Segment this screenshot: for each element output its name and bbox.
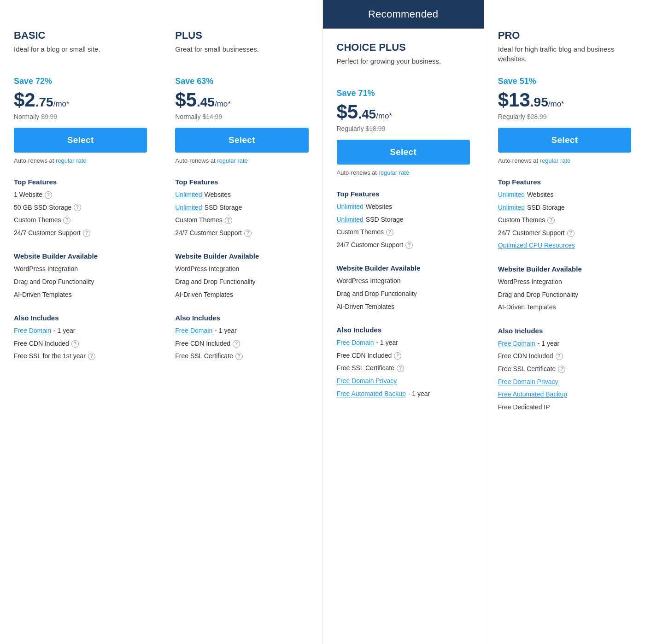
regular-rate-link[interactable]: regular rate: [540, 157, 570, 164]
regular-rate-link[interactable]: regular rate: [217, 157, 247, 164]
info-icon[interactable]: ?: [74, 204, 81, 211]
info-icon[interactable]: ?: [558, 366, 565, 373]
info-icon[interactable]: ?: [386, 229, 393, 236]
also-includes-label: Also Includes: [498, 327, 631, 335]
feature-highlight: Unlimited: [337, 215, 364, 225]
feature-highlight: Unlimited: [498, 190, 525, 200]
also-feature-item: Free Domain - 1 year: [175, 326, 308, 336]
info-icon[interactable]: ?: [63, 217, 70, 224]
also-feature-item: Free Domain - 1 year: [14, 326, 147, 336]
select-button[interactable]: Select: [337, 140, 470, 165]
info-icon[interactable]: ?: [244, 230, 252, 237]
auto-renew-text: Auto-renews at regular rate: [337, 169, 470, 176]
feature-item: Unlimited SSD Storage: [337, 215, 470, 225]
price-dollar: $2: [14, 89, 35, 111]
builder-label: Website Builder Available: [498, 265, 631, 273]
price-normal: Normally $14.99: [175, 113, 308, 120]
recommended-banner: Recommended: [323, 0, 484, 29]
builder-label: Website Builder Available: [337, 264, 470, 272]
also-feature-item: Free Domain - 1 year: [337, 338, 470, 348]
info-icon[interactable]: ?: [233, 340, 240, 348]
builder-feature-item: AI-Driven Templates: [175, 290, 308, 300]
info-icon[interactable]: ?: [88, 353, 95, 360]
save-label: Save 63%: [175, 77, 308, 86]
info-icon[interactable]: ?: [556, 353, 563, 360]
info-icon[interactable]: ?: [235, 353, 243, 360]
also-feature-item: Free Automated Backup: [498, 390, 631, 399]
plan-content-choice-plus: CHOICE PLUSPerfect for growing your busi…: [323, 29, 484, 644]
price-cents: .45: [197, 95, 215, 110]
price-mo: /mo*: [215, 100, 231, 109]
price-normal: Regularly $18.99: [337, 125, 470, 132]
also-feature-highlight: Free Domain Privacy: [498, 378, 558, 387]
price-normal: Normally $9.99: [14, 113, 147, 120]
info-icon[interactable]: ?: [547, 217, 555, 224]
top-features-label: Top Features: [175, 178, 308, 186]
builder-feature-item: AI-Driven Templates: [498, 303, 631, 312]
auto-renew-text: Auto-renews at regular rate: [14, 157, 147, 164]
also-feature-highlight: Free Domain: [337, 338, 374, 348]
feature-item: 24/7 Customer Support?: [498, 229, 631, 238]
also-feature-highlight: Free Automated Backup: [498, 390, 567, 399]
feature-highlight: Unlimited: [175, 203, 202, 213]
feature-item: 50 GB SSD Storage?: [14, 203, 147, 213]
info-icon[interactable]: ?: [71, 340, 79, 348]
info-icon[interactable]: ?: [83, 230, 90, 237]
info-icon[interactable]: ?: [405, 242, 413, 249]
select-button[interactable]: Select: [498, 128, 631, 153]
info-icon[interactable]: ?: [567, 230, 575, 237]
info-icon[interactable]: ?: [394, 352, 401, 360]
feature-item: Unlimited Websites: [175, 190, 308, 200]
also-feature-highlight: Free Domain: [175, 326, 212, 336]
builder-feature-item: WordPress Integration: [14, 265, 147, 274]
price-cents: .95: [530, 95, 548, 110]
also-includes-section: Free Domain - 1 yearFree CDN Included?Fr…: [175, 326, 308, 365]
feature-item: Custom Themes?: [14, 216, 147, 225]
save-label: Save 71%: [337, 89, 470, 98]
info-icon[interactable]: ?: [397, 365, 404, 372]
builder-label: Website Builder Available: [14, 252, 147, 260]
also-feature-item: Free CDN Included?: [175, 339, 308, 349]
price-cents: .75: [35, 95, 53, 110]
plan-col-plus: PLUSGreat for small businesses.Save 63%$…: [161, 0, 322, 644]
feature-item: Unlimited SSD Storage: [498, 203, 631, 213]
feature-item: Custom Themes?: [498, 216, 631, 225]
info-icon[interactable]: ?: [225, 217, 232, 224]
price-cents: .45: [358, 107, 376, 122]
top-features-label: Top Features: [14, 178, 147, 186]
feature-item: Unlimited Websites: [498, 190, 631, 200]
plan-tagline: Ideal for a blog or small site.: [14, 44, 147, 67]
plan-content-pro: PROIdeal for high traffic blog and busin…: [484, 17, 645, 644]
feature-highlight: Unlimited: [498, 203, 525, 213]
builder-feature-item: Drag and Drop Functionality: [498, 290, 631, 300]
auto-renew-text: Auto-renews at regular rate: [175, 157, 308, 164]
select-button[interactable]: Select: [175, 128, 308, 153]
save-label: Save 51%: [498, 77, 631, 86]
feature-item: Unlimited SSD Storage: [175, 203, 308, 213]
regular-rate-link[interactable]: regular rate: [379, 169, 409, 176]
also-feature-item: Free CDN Included?: [14, 339, 147, 349]
also-feature-item: Free Automated Backup - 1 year: [337, 390, 470, 399]
also-feature-highlight: Free Domain Privacy: [337, 377, 397, 386]
regular-rate-link[interactable]: regular rate: [56, 157, 86, 164]
builder-feature-item: AI-Driven Templates: [14, 290, 147, 300]
price-row: $5.45/mo*: [175, 89, 308, 111]
info-icon[interactable]: ?: [45, 191, 52, 199]
top-features-section: Unlimited WebsitesUnlimited SSD StorageC…: [337, 202, 470, 253]
auto-renew-text: Auto-renews at regular rate: [498, 157, 631, 164]
also-feature-item: Free CDN Included?: [498, 352, 631, 361]
builder-feature-item: Drag and Drop Functionality: [175, 278, 308, 287]
also-feature-item: Free Domain - 1 year: [498, 339, 631, 349]
plan-col-pro: PROIdeal for high traffic blog and busin…: [484, 0, 645, 644]
also-feature-item: Free Domain Privacy: [498, 378, 631, 387]
also-includes-label: Also Includes: [337, 326, 470, 334]
select-button[interactable]: Select: [14, 128, 147, 153]
plan-content-basic: BASICIdeal for a blog or small site.Save…: [0, 17, 161, 644]
feature-highlight: Optimized CPU Resources: [498, 241, 575, 250]
also-feature-item: Free CDN Included?: [337, 351, 470, 360]
also-includes-section: Free Domain - 1 yearFree CDN Included?Fr…: [14, 326, 147, 365]
price-row: $5.45/mo*: [337, 101, 470, 123]
builder-feature-item: WordPress Integration: [337, 277, 470, 286]
price-row: $2.75/mo*: [14, 89, 147, 111]
feature-highlight: Unlimited: [175, 190, 202, 200]
